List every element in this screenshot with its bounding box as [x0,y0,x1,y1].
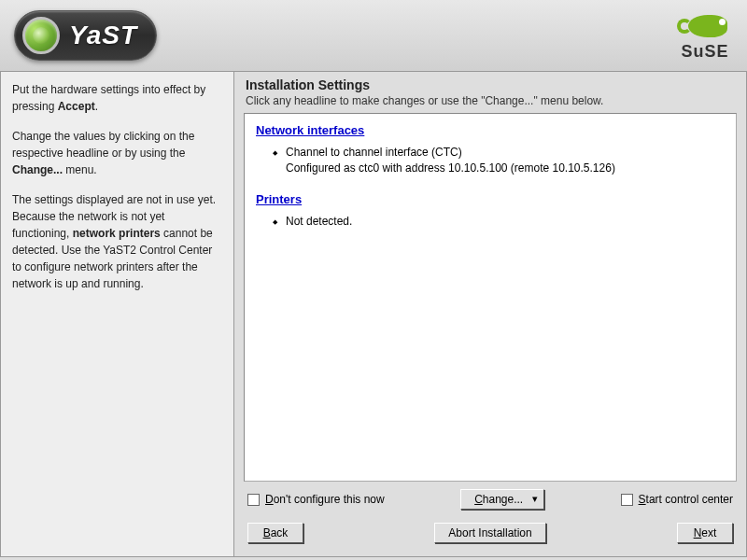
options-row: Don't configure this now Change... Start… [234,482,746,517]
help-p3: The settings displayed are not in use ye… [12,191,222,292]
list-item: Channel to channel interface (CTC) Confi… [273,145,725,177]
page-subtitle: Click any headline to make changes or us… [234,94,746,113]
main-area: Put the hardware settings into effect by… [0,72,747,557]
help-panel: Put the hardware settings into effect by… [1,72,234,556]
start-control-center-option[interactable]: Start control center [621,493,733,506]
list-item: Not detected. [273,214,725,230]
app-name: YaST [69,21,137,50]
network-list: Channel to channel interface (CTC) Confi… [256,145,725,177]
content-panel: Installation Settings Click any headline… [234,72,746,556]
yast-circle-icon [22,17,60,54]
help-p2: Change the values by clicking on the res… [12,128,222,178]
printers-list: Not detected. [256,214,725,230]
dont-configure-label: Don't configure this now [265,493,385,506]
settings-box: Network interfaces Channel to channel in… [244,113,737,482]
yast-logo: YaST [14,10,157,61]
start-cc-label: Start control center [639,493,733,506]
section-network-interfaces[interactable]: Network interfaces [256,123,364,137]
abort-button[interactable]: Abort Installation [434,523,545,543]
section-printers[interactable]: Printers [256,192,302,206]
page-title: Installation Settings [234,72,746,94]
help-p1: Put the hardware settings into effect by… [12,81,222,115]
chameleon-icon [677,9,733,42]
dont-configure-option[interactable]: Don't configure this now [247,493,385,506]
back-button[interactable]: Back [247,523,303,543]
next-button[interactable]: Next [677,523,733,543]
checkbox-icon[interactable] [621,494,633,506]
header-bar: YaST SuSE [0,0,747,72]
suse-logo: SuSE [677,9,733,62]
change-button[interactable]: Change... [460,489,544,510]
checkbox-icon[interactable] [247,494,260,506]
distro-name: SuSE [677,42,733,62]
buttons-row: Back Abort Installation Next [234,517,746,556]
